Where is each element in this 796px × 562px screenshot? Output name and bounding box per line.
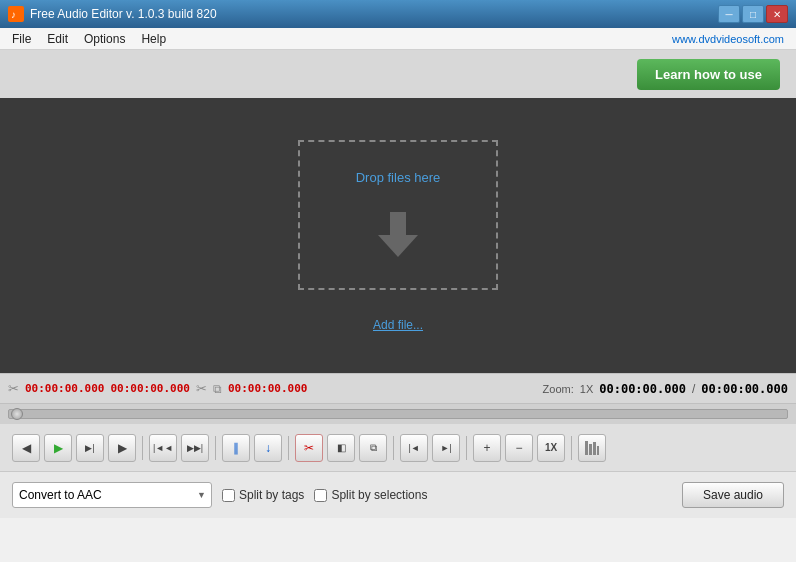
drop-zone[interactable]: Drop files here bbox=[298, 140, 498, 290]
rewind-button[interactable]: ◀ bbox=[12, 434, 40, 462]
split-by-tags-group: Split by tags bbox=[222, 488, 304, 502]
spectrogram-button[interactable] bbox=[578, 434, 606, 462]
scissors-mid-icon: ✂ bbox=[196, 381, 207, 396]
time-separator: / bbox=[692, 382, 695, 396]
controls-bar: ◀ ▶ ▶| ▶ |◄◄ ▶▶| ∥ ↓ ✂ ◧ ⧉ |◄ ►| + − 1X bbox=[0, 424, 796, 472]
play-button[interactable]: ▶ bbox=[44, 434, 72, 462]
learn-button-area: Learn how to use bbox=[0, 50, 796, 98]
zoom-value: 1X bbox=[580, 383, 593, 395]
trim-left-button[interactable]: ◧ bbox=[327, 434, 355, 462]
trim-right-button[interactable]: ⧉ bbox=[359, 434, 387, 462]
svg-rect-4 bbox=[585, 441, 588, 455]
progress-track[interactable] bbox=[8, 409, 788, 419]
svg-marker-3 bbox=[378, 235, 418, 257]
separator-5 bbox=[466, 436, 467, 460]
menu-bar: File Edit Options Help www.dvdvideosoft.… bbox=[0, 28, 796, 50]
menu-edit[interactable]: Edit bbox=[39, 30, 76, 48]
forward-button[interactable]: ▶ bbox=[108, 434, 136, 462]
menu-file[interactable]: File bbox=[4, 30, 39, 48]
separator-1 bbox=[142, 436, 143, 460]
download-button[interactable]: ↓ bbox=[254, 434, 282, 462]
action-bar: Convert to AAC Convert to MP3 Convert to… bbox=[0, 472, 796, 518]
separator-6 bbox=[571, 436, 572, 460]
svg-text:♪: ♪ bbox=[11, 9, 16, 20]
split-by-tags-checkbox[interactable] bbox=[222, 489, 235, 502]
skip-back-button[interactable]: |◄ bbox=[400, 434, 428, 462]
add-file-link[interactable]: Add file... bbox=[373, 318, 423, 332]
cut-button[interactable]: ✂ bbox=[295, 434, 323, 462]
scissors-mid2-icon: ⧉ bbox=[213, 382, 222, 396]
split-by-selections-group: Split by selections bbox=[314, 488, 427, 502]
app-title: Free Audio Editor v. 1.0.3 build 820 bbox=[30, 7, 718, 21]
svg-rect-6 bbox=[593, 442, 596, 455]
separator-4 bbox=[393, 436, 394, 460]
total-time: 00:00:00.000 bbox=[701, 382, 788, 396]
title-bar: ♪ Free Audio Editor v. 1.0.3 build 820 ─… bbox=[0, 0, 796, 28]
svg-rect-7 bbox=[597, 446, 599, 455]
time-bar: ✂ 00:00:00.000 00:00:00.000 ✂ ⧉ 00:00:00… bbox=[0, 374, 796, 404]
split-by-selections-checkbox[interactable] bbox=[314, 489, 327, 502]
window-controls: ─ □ ✕ bbox=[718, 5, 788, 23]
website-link[interactable]: www.dvdvideosoft.com bbox=[672, 33, 792, 45]
play-selection-button[interactable]: ▶| bbox=[76, 434, 104, 462]
pause-button[interactable]: ∥ bbox=[222, 434, 250, 462]
zoom-out-button[interactable]: − bbox=[505, 434, 533, 462]
close-button[interactable]: ✕ bbox=[766, 5, 788, 23]
current-time: 00:00:00.000 bbox=[599, 382, 686, 396]
skip-fwd-button[interactable]: ►| bbox=[432, 434, 460, 462]
separator-2 bbox=[215, 436, 216, 460]
split-by-selections-label[interactable]: Split by selections bbox=[331, 488, 427, 502]
minimize-button[interactable]: ─ bbox=[718, 5, 740, 23]
skip-start-button[interactable]: |◄◄ bbox=[149, 434, 177, 462]
separator-3 bbox=[288, 436, 289, 460]
drop-text: Drop files here bbox=[356, 170, 441, 185]
save-audio-button[interactable]: Save audio bbox=[682, 482, 784, 508]
start-time-2: 00:00:00.000 bbox=[110, 382, 189, 395]
split-by-tags-label[interactable]: Split by tags bbox=[239, 488, 304, 502]
zoom-in-button[interactable]: + bbox=[473, 434, 501, 462]
app-icon: ♪ bbox=[8, 6, 24, 22]
zoom-1x-button[interactable]: 1X bbox=[537, 434, 565, 462]
format-select[interactable]: Convert to AAC Convert to MP3 Convert to… bbox=[12, 482, 212, 508]
time-right: Zoom: 1X 00:00:00.000 / 00:00:00.000 bbox=[543, 382, 788, 396]
progress-knob[interactable] bbox=[11, 408, 23, 420]
menu-options[interactable]: Options bbox=[76, 30, 133, 48]
end-time: 00:00:00.000 bbox=[228, 382, 307, 395]
drop-arrow-icon bbox=[373, 207, 423, 257]
learn-how-button[interactable]: Learn how to use bbox=[637, 59, 780, 90]
start-time-1: 00:00:00.000 bbox=[25, 382, 104, 395]
bottom-panel: ✂ 00:00:00.000 00:00:00.000 ✂ ⧉ 00:00:00… bbox=[0, 373, 796, 518]
maximize-button[interactable]: □ bbox=[742, 5, 764, 23]
scissors-left-icon: ✂ bbox=[8, 381, 19, 396]
skip-end-button[interactable]: ▶▶| bbox=[181, 434, 209, 462]
zoom-label: Zoom: bbox=[543, 383, 574, 395]
format-select-wrapper: Convert to AAC Convert to MP3 Convert to… bbox=[12, 482, 212, 508]
svg-rect-5 bbox=[589, 444, 592, 455]
progress-bar-area[interactable] bbox=[0, 404, 796, 424]
menu-help[interactable]: Help bbox=[133, 30, 174, 48]
menu-items: File Edit Options Help bbox=[4, 30, 174, 48]
main-area: Drop files here Add file... bbox=[0, 98, 796, 373]
